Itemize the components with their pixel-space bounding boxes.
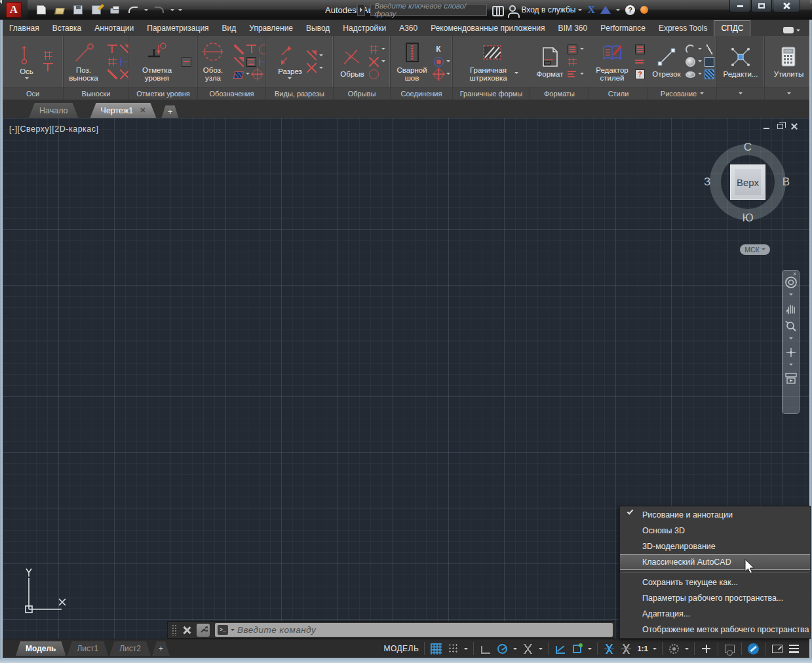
new-layout-button[interactable]: + [152,641,170,656]
symbol-section-icon[interactable] [246,57,256,67]
panel-title-boundary-shapes[interactable]: Граничные формы [453,87,530,100]
axis-grid-icon[interactable] [44,51,52,60]
showmotion-icon[interactable] [784,372,798,384]
style-table-icon[interactable] [635,45,645,54]
symbol-slope-icon[interactable] [234,45,244,54]
weld-seam-button[interactable]: Сварной шов [393,41,431,83]
viewcube-north[interactable]: С [744,141,752,154]
workspace-switching-button[interactable] [668,643,680,655]
tab-upravlenie[interactable]: Управление [242,21,300,36]
joint-weld-point-caret[interactable] [446,73,450,77]
format-table-caret[interactable] [580,48,584,52]
level-frame-icon[interactable] [182,57,191,67]
panel-title-joints[interactable]: Соединения [391,87,452,100]
help-button[interactable]: ? [625,5,635,15]
boundary-hatch-button[interactable]: Граничная штриховка [462,41,520,83]
tab-vstavka[interactable]: Вставка [46,21,88,36]
tab-vyvod[interactable]: Вывод [300,21,336,36]
format-list-caret[interactable] [580,73,584,77]
snap-mode-toggle[interactable] [447,643,459,655]
search-icon[interactable] [492,6,504,14]
joint-k-icon[interactable]: К [434,45,444,54]
new-button[interactable] [34,3,48,16]
joint-bolt-icon[interactable] [434,57,444,67]
spline-icon[interactable] [705,45,714,54]
polar-caret[interactable] [513,648,517,652]
leader-node-icon[interactable] [107,69,117,79]
section-button[interactable]: Разрез [276,42,304,82]
command-customize-button[interactable] [197,624,210,637]
tab-recommended-apps[interactable]: Рекомендованные приложения [424,21,551,36]
format-list-icon[interactable] [568,69,577,79]
leader-width-icon[interactable] [120,57,129,67]
joint-weld-point-icon[interactable] [434,69,444,79]
leader-chain-icon[interactable] [108,58,117,66]
symbol-span-icon[interactable] [259,57,265,67]
object-snap-toggle[interactable] [571,643,583,655]
workspace-caret[interactable] [685,648,689,652]
menu-item-customize[interactable]: Адаптация... [620,606,810,622]
redo-dropdown-caret[interactable] [170,9,174,13]
annotation-scale-button[interactable]: 1:1 [637,643,648,655]
annotation-scale-caret[interactable] [653,648,657,652]
viewcube-east[interactable]: В [783,176,790,189]
menu-item-workspace-settings[interactable]: Параметры рабочего пространства... [620,590,810,606]
arc-icon[interactable] [686,45,695,54]
leader-mark-icon[interactable] [120,69,129,79]
viewport-controls[interactable]: [-][Сверху][2D-каркас] [9,124,99,134]
minimize-button[interactable] [729,0,750,12]
pan-hand-icon[interactable] [784,302,798,315]
grid-display-toggle[interactable] [430,643,442,655]
axis-button[interactable]: Ось [13,42,41,82]
panel-title-draw[interactable]: Рисование [648,87,716,100]
ortho-toggle[interactable] [479,643,492,655]
circle-caret[interactable] [698,60,702,64]
autoscale-toggle[interactable] [620,643,632,655]
ellipse-caret[interactable] [698,73,702,77]
hatch-icon[interactable] [705,69,714,79]
restore-button[interactable] [751,0,772,12]
view-detail-caret[interactable] [319,67,323,71]
symbol-wedge-icon[interactable] [233,71,244,79]
qat-customize-caret[interactable] [178,9,182,13]
orbit-icon[interactable] [784,346,798,359]
ribbon-display-options[interactable] [783,27,800,36]
format-brick-icon[interactable] [568,58,577,66]
exchange-apps-icon[interactable]: X [587,4,595,16]
joint-bolt-caret[interactable] [446,60,450,64]
view-arrow-caret[interactable] [319,54,323,58]
menu-item-save-current-as[interactable]: Сохранить текущее как... [620,575,810,590]
panel-title-symbols[interactable]: Обозначения [198,87,265,100]
osnap-caret[interactable] [588,648,592,652]
file-tab-start[interactable]: Начало [29,103,79,118]
viewcube-top-face[interactable]: Верх [730,164,765,200]
isodraft-caret[interactable] [539,648,543,652]
palette-grip[interactable] [172,624,177,636]
ellipse-icon[interactable] [686,71,695,78]
level-mark-button[interactable]: Отметка уровня [136,41,179,83]
application-menu-button[interactable]: A [0,0,28,20]
undo-dropdown-caret[interactable] [144,9,148,13]
panel-title-styles[interactable]: Стили [589,87,648,100]
break-zigzag-icon[interactable] [369,57,379,67]
break-button[interactable]: Обрыв [338,45,366,79]
save-button[interactable] [71,3,85,16]
new-drawing-tab-button[interactable]: + [161,105,178,118]
plot-button[interactable] [107,3,122,16]
style-gost-icon[interactable] [635,57,645,67]
panel-title-leaders[interactable]: Выноски [64,87,128,100]
model-space-button[interactable]: МОДЕЛЬ [383,644,419,653]
snap-caret[interactable] [464,648,468,652]
break-line-icon[interactable] [370,45,378,54]
viewcube-west[interactable]: З [704,176,710,189]
viewcube[interactable]: С В Ю З Верх [710,144,786,220]
break-cylinder-icon[interactable] [369,69,379,79]
symbol-wedge-caret[interactable] [246,73,250,77]
tab-express-tools[interactable]: Express Tools [652,21,714,36]
annotation-monitor-button[interactable] [700,643,712,655]
panel-title-modify[interactable] [717,87,764,100]
undo-button[interactable] [126,3,140,16]
layout-tab-model[interactable]: Модель [16,641,66,656]
command-prompt-icon[interactable]: >_ [218,625,228,635]
orbit-caret[interactable] [789,364,793,368]
